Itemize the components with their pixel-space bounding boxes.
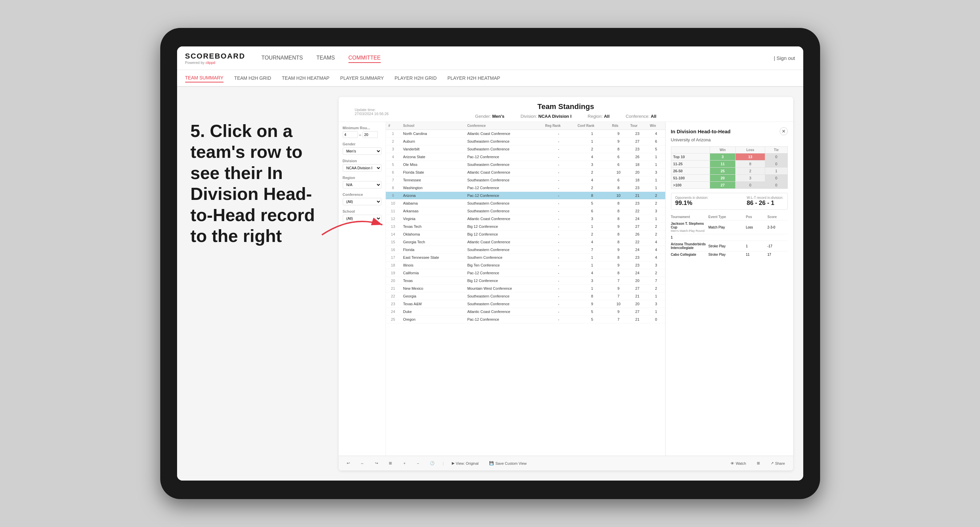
- subnav-team-summary[interactable]: TEAM SUMMARY: [185, 74, 224, 83]
- filter-rounds-max[interactable]: [363, 131, 378, 138]
- cell-win: 2: [647, 230, 665, 238]
- cell-tour: 23: [627, 130, 647, 138]
- tourn-pos-4: 11: [746, 253, 766, 256]
- cell-conf-rank: 2: [575, 145, 609, 153]
- subnav-player-summary[interactable]: PLAYER SUMMARY: [340, 74, 384, 82]
- cell-tour: 24: [627, 269, 647, 277]
- cell-win: 1: [647, 153, 665, 161]
- table-row[interactable]: 7 Tennessee Southeastern Conference - 4 …: [386, 176, 665, 184]
- filter-select-conference[interactable]: (All): [343, 198, 382, 205]
- toolbar-minus[interactable]: −: [414, 460, 422, 467]
- col-win: Win: [647, 122, 665, 130]
- table-row[interactable]: 6 Florida State Atlantic Coast Conferenc…: [386, 168, 665, 176]
- toolbar-view-original[interactable]: ▶ View: Original: [449, 460, 481, 467]
- nav-committee[interactable]: COMMITTEE: [348, 54, 381, 63]
- cell-win: 4: [647, 254, 665, 262]
- table-row[interactable]: 23 Texas A&M Southeastern Conference - 9…: [386, 300, 665, 308]
- filter-label-conference: Conference: [343, 192, 382, 197]
- table-row[interactable]: 2 Auburn Southeastern Conference - 1 9 2…: [386, 138, 665, 145]
- cell-rds: 7: [609, 292, 627, 300]
- nav-tournaments[interactable]: TOURNAMENTS: [261, 54, 303, 63]
- toolbar-undo[interactable]: ↩: [344, 460, 353, 467]
- cell-conference: Pac-12 Conference: [465, 316, 542, 324]
- cell-tour: 23: [627, 254, 647, 262]
- filter-select-division[interactable]: NCAA Division I: [343, 164, 382, 171]
- filter-select-region[interactable]: N/A: [343, 181, 382, 189]
- table-row[interactable]: 22 Georgia Southeastern Conference - 8 7…: [386, 292, 665, 300]
- cell-tour: 27: [627, 308, 647, 316]
- subnav-team-h2h-grid[interactable]: TEAM H2H GRID: [234, 74, 271, 82]
- cell-win: 6: [647, 138, 665, 145]
- toolbar-clock[interactable]: 🕐: [427, 460, 438, 467]
- cell-win: 1: [647, 161, 665, 168]
- cell-reg-rank: -: [542, 215, 575, 223]
- h2h-col-loss: Loss: [736, 147, 765, 154]
- table-row[interactable]: 8 Washington Pac-12 Conference - 2 8 23 …: [386, 184, 665, 192]
- table-row[interactable]: 10 Alabama Southeastern Conference - 5 8…: [386, 200, 665, 207]
- nav-teams[interactable]: TEAMS: [317, 54, 335, 63]
- h2h-table: Win Loss Tie Top 10 3 13 0 11-25 11 8 0 …: [671, 146, 788, 189]
- sign-out-link[interactable]: | Sign out: [774, 55, 795, 61]
- table-row[interactable]: 24 Duke Atlantic Coast Conference - 5 9 …: [386, 308, 665, 316]
- toolbar-copy[interactable]: ⊞: [386, 460, 395, 467]
- subnav-player-h2h-heatmap[interactable]: PLAYER H2H HEATMAP: [447, 74, 500, 82]
- filter-select-gender[interactable]: Men's: [343, 148, 382, 155]
- cell-reg-rank: -: [542, 238, 575, 246]
- cell-conference: Southeastern Conference: [465, 207, 542, 215]
- toolbar-share[interactable]: ↗ Share: [768, 460, 788, 467]
- table-row[interactable]: 16 Florida Southeastern Conference - 7 9…: [386, 246, 665, 254]
- tournament-item-1: Jackson T. Stephens Cup Men's Match-Play…: [671, 221, 788, 234]
- cell-conf-rank: 1: [575, 130, 609, 138]
- subnav-player-h2h-grid[interactable]: PLAYER H2H GRID: [395, 74, 437, 82]
- filter-region: Region: All: [588, 114, 610, 119]
- table-row[interactable]: 17 East Tennessee State Southern Confere…: [386, 254, 665, 262]
- filter-rounds-min[interactable]: [343, 131, 358, 138]
- table-row[interactable]: 11 Arkansas Southeastern Conference - 6 …: [386, 207, 665, 215]
- toolbar-grid[interactable]: ⊞: [754, 460, 762, 467]
- toolbar-save-custom[interactable]: 💾 Save Custom View: [487, 460, 529, 467]
- table-row[interactable]: 19 California Pac-12 Conference - 4 8 24…: [386, 269, 665, 277]
- cell-reg-rank: -: [542, 145, 575, 153]
- cell-rds: 8: [609, 207, 627, 215]
- table-row[interactable]: 12 Virginia Atlantic Coast Conference - …: [386, 215, 665, 223]
- toolbar-redo[interactable]: ↪: [372, 460, 381, 467]
- toolbar-watch[interactable]: 👁 Watch: [728, 460, 749, 467]
- h2h-cell-loss: 8: [736, 160, 765, 168]
- h2h-cell-win: 27: [710, 182, 736, 189]
- cell-num: 17: [386, 254, 401, 262]
- h2h-close-button[interactable]: ✕: [780, 127, 788, 135]
- panel-title: Team Standings: [347, 102, 785, 111]
- cell-win: 1: [647, 308, 665, 316]
- tourn-col-type: Event Type: [708, 215, 745, 219]
- cell-conf-rank: 2: [575, 184, 609, 192]
- table-row[interactable]: 13 Texas Tech Big 12 Conference - 1 9 27…: [386, 223, 665, 230]
- cell-num: 5: [386, 161, 401, 168]
- table-row[interactable]: 15 Georgia Tech Atlantic Coast Conferenc…: [386, 238, 665, 246]
- table-row[interactable]: 3 Vanderbilt Southeastern Conference - 2…: [386, 145, 665, 153]
- panel-header: Update time: 27/03/2024 16:56:26 Team St…: [339, 97, 793, 122]
- table-row[interactable]: 5 Ole Miss Southeastern Conference - 3 6…: [386, 161, 665, 168]
- toolbar-add[interactable]: ＋: [400, 459, 409, 467]
- toolbar-redo-back[interactable]: ↔: [358, 460, 367, 467]
- h2h-opponents-value: 99.1%: [675, 200, 708, 206]
- table-row[interactable]: 9 Arizona Pac-12 Conference - 8 10 21 2: [386, 192, 665, 200]
- subnav-team-h2h-heatmap[interactable]: TEAM H2H HEATMAP: [282, 74, 329, 82]
- table-row[interactable]: 4 Arizona State Pac-12 Conference - 4 6 …: [386, 153, 665, 161]
- cell-reg-rank: -: [542, 285, 575, 292]
- table-row[interactable]: 21 New Mexico Mountain West Conference -…: [386, 285, 665, 292]
- table-row[interactable]: 14 Oklahoma Big 12 Conference - 2 8 26 2: [386, 230, 665, 238]
- cell-rds: 9: [609, 246, 627, 254]
- cell-rds: 6: [609, 161, 627, 168]
- h2h-school: University of Arizona: [671, 137, 788, 142]
- cell-conf-rank: 7: [575, 246, 609, 254]
- table-row[interactable]: 18 Illinois Big Ten Conference - 1 9 23 …: [386, 262, 665, 269]
- app-title: SCOREBOARD: [185, 52, 245, 60]
- table-row[interactable]: 20 Texas Big 12 Conference - 3 7 20 7: [386, 277, 665, 285]
- table-row[interactable]: 1 North Carolina Atlantic Coast Conferen…: [386, 130, 665, 138]
- h2h-col-win: Win: [710, 147, 736, 154]
- cell-school: Texas: [400, 277, 465, 285]
- h2h-title: In Division Head-to-Head: [671, 129, 731, 134]
- cell-tour: 24: [627, 246, 647, 254]
- outer-container: SCOREBOARD Powered by clippd TOURNAMENTS…: [0, 0, 980, 527]
- table-row[interactable]: 25 Oregon Pac-12 Conference - 5 7 21 0: [386, 316, 665, 324]
